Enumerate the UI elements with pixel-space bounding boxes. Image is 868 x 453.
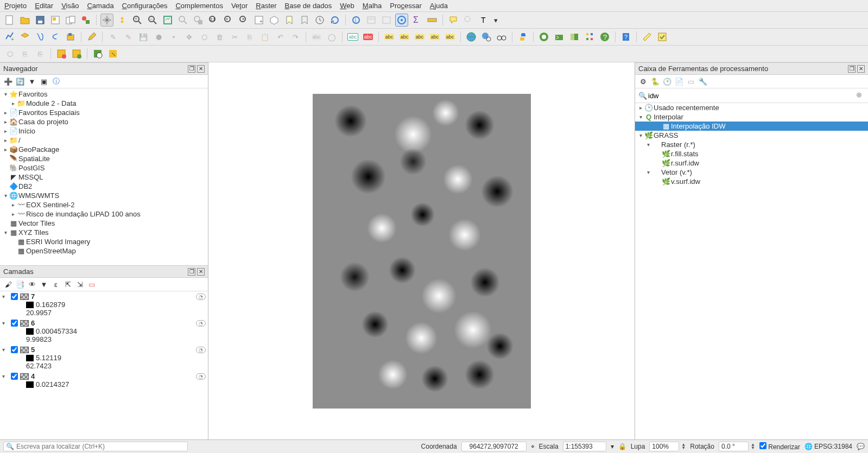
select-features-icon[interactable] [70,47,83,60]
qms-icon[interactable] [553,30,566,43]
add-vector-icon[interactable]: + [3,30,16,43]
menu-visao[interactable]: Visão [61,2,79,10]
menu-web[interactable]: Web [340,2,354,10]
collapse-icon[interactable]: ▣ [39,76,49,86]
processing-item[interactable]: 🌿r.surf.idw [635,158,868,168]
help-green-icon[interactable]: ? [598,30,611,43]
props-icon[interactable]: ⓘ [51,76,61,86]
no-label-icon[interactable]: abc [346,30,359,43]
processing-item[interactable]: ▾🌿GRASS [635,131,868,140]
quickosm-icon[interactable] [537,30,550,43]
new-bookmark-icon[interactable] [283,14,296,27]
refresh-icon[interactable] [328,14,341,27]
bookmarks-icon[interactable] [298,14,311,27]
browser-item[interactable]: ▦Vector Tiles [0,219,208,228]
style-manager-icon[interactable] [79,14,92,27]
browser-item[interactable]: ▸📁Module 2 - Data [0,99,208,108]
browser-item[interactable]: ▸〰Risco de inundação LiPAD 100 anos [0,209,208,219]
plugin-ruler-icon[interactable] [641,30,654,43]
processing-tree[interactable]: ▸🕑Usado recentemente▾QInterpolar▦Interpo… [635,103,868,439]
help-icon[interactable]: ? [619,30,632,43]
history-icon[interactable]: 🕑 [662,76,672,86]
menu-processar[interactable]: Processar [390,2,422,10]
add-group-icon[interactable]: 📑 [15,279,25,289]
undock-proc-icon[interactable]: ❐ [848,65,856,73]
results-icon[interactable]: 📄 [674,76,684,86]
pan-selection-icon[interactable] [116,14,129,27]
processing-search-input[interactable] [648,92,856,100]
pan-icon[interactable] [100,14,113,27]
menu-config[interactable]: Configurações [122,2,168,10]
coord-value[interactable]: 964272,9097072 [461,442,527,451]
zoom-selection-icon[interactable] [176,14,189,27]
zoom-native-icon[interactable]: 1:1 [207,14,220,27]
lupa-value[interactable]: 100% [649,442,679,451]
close-proc-icon[interactable]: ✕ [857,65,865,73]
dropdown-icon[interactable]: ▾ [492,14,499,27]
zoom-last-icon[interactable] [222,14,235,27]
crs-button[interactable]: 🌐EPSG:31984 [804,443,852,450]
layer-visibility-check[interactable] [11,346,18,353]
label-yellow-1-icon[interactable]: abc [383,30,396,43]
zoom-layer-icon[interactable] [192,14,205,27]
close-layers-icon[interactable]: ✕ [197,268,205,276]
label-yellow-2-icon[interactable]: abc [398,30,411,43]
browser-item[interactable]: ▸📦GeoPackage [0,145,208,154]
layout-manager-icon[interactable] [64,14,77,27]
layer-row[interactable]: ▾ 7 ◔ [2,292,206,301]
zoom-out-icon[interactable]: − [146,14,159,27]
processing-item[interactable]: ▾QInterpolar [635,112,868,122]
new-map-icon[interactable]: + [252,14,265,27]
visibility-icon[interactable]: 👁 [27,279,37,289]
deselect-icon[interactable] [55,47,68,60]
temporal-icon[interactable] [313,14,326,27]
locator-input[interactable] [16,443,185,450]
python-icon[interactable] [516,30,529,43]
browser-item[interactable]: ▾🌐WMS/WMTS [0,191,208,200]
layer-visibility-check[interactable] [11,293,18,300]
zoom-full-icon[interactable] [161,14,174,27]
messages-icon[interactable]: 💬 [857,443,865,450]
browser-tree[interactable]: ▾⭐Favoritos▸📁Module 2 - Data▸📄Favoritos … [0,88,208,265]
annotate-icon[interactable] [462,14,475,27]
open-icon[interactable] [18,14,31,27]
osm-search-icon[interactable] [91,47,104,60]
maptips-icon[interactable] [447,14,460,27]
add-layer-icon[interactable]: ➕ [3,76,13,86]
zoom-next-icon[interactable] [237,14,250,27]
menu-ajuda[interactable]: Ajuda [430,2,448,10]
browser-item[interactable]: ▸〰EOX Sentinel-2 [0,200,208,209]
browser-item[interactable]: ▸📄Início [0,126,208,136]
browser-item[interactable]: ▸🏠Casa do projeto [0,117,208,126]
browser-item[interactable]: ▾⭐Favoritos [0,90,208,99]
clear-search-icon[interactable]: ⊗ [856,91,866,100]
db-manager-icon[interactable] [583,30,596,43]
expr-icon[interactable]: ε [51,279,61,289]
menu-editar[interactable]: Editar [35,2,53,10]
identify-icon[interactable]: i [350,14,363,27]
refresh-browser-icon[interactable]: 🔄 [15,76,25,86]
rot-spinner[interactable]: ▲▼ [751,443,755,450]
collapse-layers-icon[interactable]: ⇲ [75,279,85,289]
layout-icon[interactable] [49,14,62,27]
style-icon[interactable]: 🖌 [3,279,13,289]
scale-dropdown-icon[interactable]: ▾ [611,443,614,450]
layer-row[interactable]: ▾ 5 ◔ [2,346,206,354]
measure-icon[interactable] [426,14,439,27]
lock-icon[interactable]: 🔒 [618,443,626,450]
undock-layers-icon[interactable]: ❐ [188,268,195,276]
menu-complementos[interactable]: Complementos [175,2,223,10]
browser-item[interactable]: 🐘PostGIS [0,163,208,173]
processing-item[interactable]: ▸🕑Usado recentemente [635,103,868,112]
label-yellow-4-icon[interactable]: abc [428,30,441,43]
osm-edit-icon[interactable] [106,47,119,60]
browser-item[interactable]: 🪶SpatiaLite [0,154,208,163]
toolbox-icon[interactable] [395,14,408,27]
remove-layer-icon[interactable]: ▭ [87,279,97,289]
plugin-check-icon[interactable] [656,30,669,43]
browser-item[interactable]: ▦ESRI World Imagery [0,237,208,246]
field-calc-icon[interactable] [380,14,393,27]
lupa-spinner[interactable]: ▲▼ [681,443,686,450]
layer-row[interactable]: ▾ 4 ◔ [2,372,206,380]
script-icon[interactable]: 🐍 [650,76,660,86]
